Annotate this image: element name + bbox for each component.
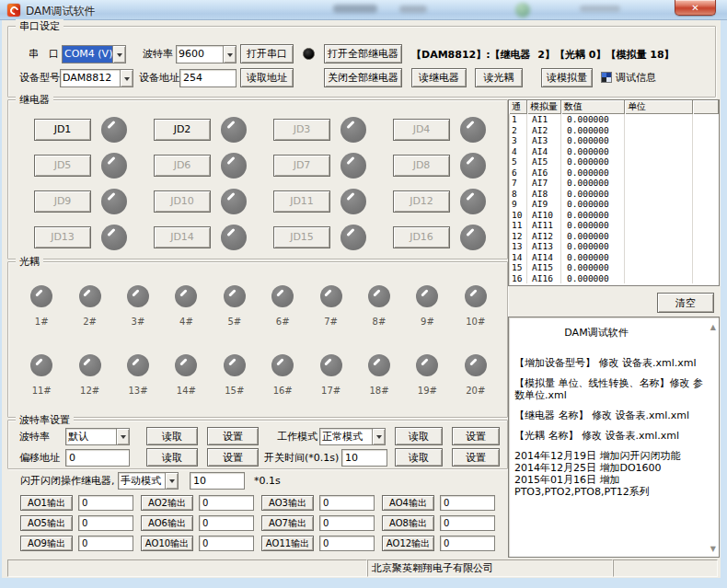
analog-table-row[interactable]: 11 AI11 0.000000 bbox=[509, 220, 719, 231]
clear-button[interactable]: 清空 bbox=[657, 293, 714, 313]
address-field[interactable]: 254 bbox=[179, 69, 237, 87]
analog-table-row[interactable]: 1 AI1 0.000000 bbox=[509, 114, 719, 125]
analog-table-row[interactable]: 3 AI3 0.000000 bbox=[509, 135, 719, 146]
ao-output-field[interactable]: 0 bbox=[319, 495, 375, 511]
close-all-relays-button[interactable]: 关闭全部继电器 bbox=[324, 68, 402, 87]
relay-button[interactable]: JD3 bbox=[273, 119, 330, 141]
chevron-down-icon[interactable] bbox=[116, 429, 129, 444]
ao-output-field[interactable]: 0 bbox=[199, 495, 254, 511]
relay-button[interactable]: JD9 bbox=[34, 190, 91, 213]
titlebar[interactable]: DAM调试软件 ✕ bbox=[0, 0, 727, 20]
work-mode-read-button[interactable]: 读取 bbox=[395, 427, 443, 445]
chevron-down-icon[interactable] bbox=[112, 46, 125, 63]
baudrate-read-button[interactable]: 读取 bbox=[146, 427, 198, 445]
analog-table-row[interactable]: 14 AI14 0.000000 bbox=[509, 252, 719, 263]
analog-table[interactable]: 通 模拟量 数值 单位 1 AI1 0.000000 bbox=[508, 99, 720, 286]
work-mode-combo[interactable]: 正常模式 bbox=[319, 428, 386, 445]
relay-button[interactable]: JD1 bbox=[34, 119, 91, 141]
header-unit[interactable]: 单位 bbox=[625, 100, 693, 114]
header-value[interactable]: 数值 bbox=[561, 100, 625, 114]
analog-table-row[interactable]: 9 AI9 0.000000 bbox=[509, 199, 719, 210]
relay-knob-icon[interactable] bbox=[221, 189, 247, 214]
relay-knob-icon[interactable] bbox=[340, 153, 366, 179]
log-textbox[interactable]: DAM调试软件 【增加设备型号】 修改 设备表.xml.xml【模拟量 单位、线… bbox=[508, 317, 720, 558]
ao-output-button[interactable]: AO2输出 bbox=[141, 495, 193, 511]
ao-output-button[interactable]: AO5输出 bbox=[20, 515, 73, 531]
open-port-button[interactable]: 打开串口 bbox=[240, 44, 294, 63]
baud-combo[interactable]: 9600 bbox=[176, 45, 237, 63]
chevron-down-icon[interactable] bbox=[372, 429, 385, 444]
relay-knob-icon[interactable] bbox=[221, 225, 247, 250]
read-opto-button[interactable]: 读光耦 bbox=[475, 68, 523, 87]
ao-output-button[interactable]: AO10输出 bbox=[141, 536, 193, 551]
close-button[interactable]: ✕ bbox=[675, 0, 716, 16]
relay-knob-icon[interactable] bbox=[101, 117, 127, 143]
offset-field[interactable]: 0 bbox=[65, 449, 130, 467]
read-address-button[interactable]: 读取地址 bbox=[240, 68, 294, 87]
offset-set-button[interactable]: 设置 bbox=[207, 448, 259, 467]
read-relay-button[interactable]: 读继电器 bbox=[411, 68, 467, 87]
ao-output-button[interactable]: AO7输出 bbox=[261, 515, 314, 531]
ao-output-button[interactable]: AO4输出 bbox=[382, 495, 434, 511]
ao-output-field[interactable]: 0 bbox=[199, 536, 254, 551]
scroll-down-icon[interactable]: ▼ bbox=[710, 543, 716, 555]
analog-table-row[interactable]: 15 AI15 0.000000 bbox=[509, 262, 719, 273]
ao-output-button[interactable]: AO6输出 bbox=[141, 515, 193, 531]
relay-knob-icon[interactable] bbox=[340, 225, 366, 250]
analog-table-row[interactable]: 10 AI10 0.000000 bbox=[509, 210, 719, 221]
relay-knob-icon[interactable] bbox=[460, 225, 486, 250]
relay-knob-icon[interactable] bbox=[101, 225, 127, 250]
flash-mode-combo[interactable]: 手动模式 bbox=[118, 472, 179, 490]
open-all-relays-button[interactable]: 打开全部继电器 bbox=[324, 44, 402, 63]
relay-button[interactable]: JD12 bbox=[393, 190, 450, 213]
relay-button[interactable]: JD10 bbox=[154, 190, 211, 213]
ao-output-button[interactable]: AO12输出 bbox=[382, 536, 434, 551]
relay-knob-icon[interactable] bbox=[221, 117, 247, 143]
relay-button[interactable]: JD8 bbox=[393, 155, 450, 177]
model-combo[interactable]: DAM8812 bbox=[60, 69, 133, 87]
relay-knob-icon[interactable] bbox=[460, 189, 486, 214]
port-combo[interactable]: COM4 (V) bbox=[62, 45, 126, 63]
switch-time-field[interactable]: 10 bbox=[341, 449, 387, 467]
analog-table-row[interactable]: 2 AI2 0.000000 bbox=[509, 125, 719, 136]
flash-time-field[interactable]: 10 bbox=[190, 472, 245, 490]
relay-knob-icon[interactable] bbox=[101, 153, 127, 179]
debug-info-icon[interactable] bbox=[601, 72, 612, 83]
relay-knob-icon[interactable] bbox=[460, 153, 486, 179]
baudrate-combo[interactable]: 默认 bbox=[65, 428, 130, 445]
baudrate-set-button[interactable]: 设置 bbox=[207, 427, 259, 445]
ao-output-field[interactable]: 0 bbox=[319, 515, 375, 531]
relay-button[interactable]: JD14 bbox=[154, 226, 211, 248]
relay-knob-icon[interactable] bbox=[460, 117, 486, 143]
relay-button[interactable]: JD5 bbox=[34, 155, 91, 177]
offset-read-button[interactable]: 读取 bbox=[146, 448, 198, 467]
analog-table-row[interactable]: 6 AI6 0.000000 bbox=[509, 167, 719, 179]
analog-table-row[interactable]: 12 AI12 0.000000 bbox=[509, 231, 719, 242]
read-analog-button[interactable]: 读模拟量 bbox=[541, 68, 593, 87]
ao-output-button[interactable]: AO1输出 bbox=[20, 495, 73, 511]
chevron-down-icon[interactable] bbox=[165, 473, 178, 489]
ao-output-button[interactable]: AO3输出 bbox=[261, 495, 314, 511]
analog-table-row[interactable]: 8 AI8 0.000000 bbox=[509, 189, 719, 200]
analog-table-row[interactable]: 13 AI13 0.000000 bbox=[509, 241, 719, 252]
switch-time-read-button[interactable]: 读取 bbox=[395, 448, 443, 467]
relay-knob-icon[interactable] bbox=[340, 117, 366, 143]
relay-button[interactable]: JD7 bbox=[273, 155, 330, 177]
relay-button[interactable]: JD15 bbox=[273, 226, 330, 248]
analog-table-row[interactable]: 4 AI4 0.000000 bbox=[509, 146, 719, 157]
ao-output-button[interactable]: AO8输出 bbox=[382, 515, 434, 531]
chevron-down-icon[interactable] bbox=[120, 70, 133, 86]
analog-table-row[interactable]: 16 AI16 0.000000 bbox=[509, 273, 719, 284]
relay-knob-icon[interactable] bbox=[340, 189, 366, 214]
ao-output-field[interactable]: 0 bbox=[440, 515, 495, 531]
ao-output-field[interactable]: 0 bbox=[440, 495, 495, 511]
work-mode-set-button[interactable]: 设置 bbox=[452, 427, 500, 445]
relay-button[interactable]: JD11 bbox=[273, 190, 330, 213]
ao-output-button[interactable]: AO11输出 bbox=[261, 536, 314, 551]
relay-button[interactable]: JD16 bbox=[393, 226, 450, 248]
ao-output-button[interactable]: AO9输出 bbox=[20, 536, 73, 551]
relay-button[interactable]: JD13 bbox=[34, 226, 91, 248]
analog-table-row[interactable]: 7 AI7 0.000000 bbox=[509, 178, 719, 189]
ao-output-field[interactable]: 0 bbox=[78, 495, 133, 511]
relay-knob-icon[interactable] bbox=[101, 189, 127, 214]
